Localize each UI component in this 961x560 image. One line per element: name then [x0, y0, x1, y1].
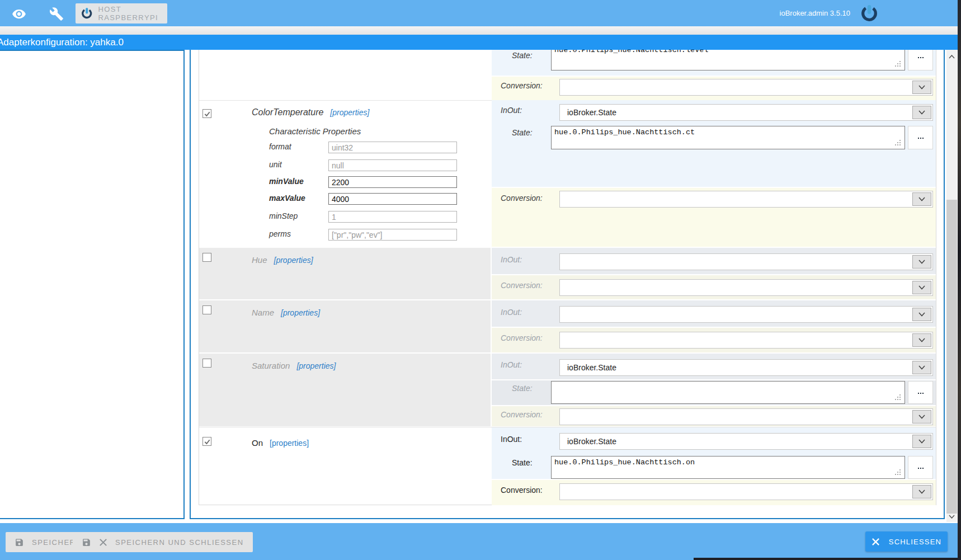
- state-textarea[interactable]: [551, 381, 905, 404]
- property-label-perms: perms: [269, 229, 291, 238]
- characteristic-checkbox[interactable]: [202, 359, 211, 368]
- iobroker-logo-icon: [860, 4, 879, 25]
- chevron-down-icon: [912, 361, 931, 374]
- property-label-minvalue: minValue: [269, 177, 304, 186]
- properties-link[interactable]: [properties]: [330, 108, 369, 117]
- close-button[interactable]: SCHLIESSEN: [865, 531, 948, 552]
- characteristic-checkbox[interactable]: [202, 109, 211, 118]
- property-input-maxvalue[interactable]: [328, 193, 457, 205]
- host-button-label: HOST RASPBERRYPI: [98, 5, 167, 22]
- chevron-down-icon: [912, 281, 931, 294]
- close-button-label: SCHLIESSEN: [889, 538, 941, 546]
- row-bg: [199, 300, 491, 352]
- property-input-unit[interactable]: [328, 159, 457, 171]
- state-textarea[interactable]: hue.0.Philips_hue.Nachttisch.on: [551, 456, 905, 479]
- characteristic-checkbox[interactable]: [202, 437, 211, 446]
- scroll-thumb[interactable]: [946, 200, 957, 514]
- property-label-unit: unit: [269, 160, 282, 169]
- adapter-config-window: State: hue.0.Philips_hue.Nachttisch.leve…: [0, 0, 961, 560]
- properties-link[interactable]: [properties]: [274, 256, 313, 265]
- dialog-title: Adapterkonfiguration: yahka.0: [0, 37, 124, 48]
- state-textarea[interactable]: hue.0.Philips_hue.Nachttisch.ct: [551, 126, 905, 149]
- state-label: State:: [512, 384, 533, 393]
- ellipsis-icon: [918, 468, 919, 469]
- property-input-minstep[interactable]: [328, 211, 457, 223]
- inout-label: InOut:: [501, 435, 522, 444]
- conversion-select[interactable]: [559, 191, 933, 208]
- host-button[interactable]: HOST RASPBERRYPI: [76, 3, 167, 23]
- desktop-edge: [694, 558, 958, 560]
- inout-select[interactable]: ioBroker.State: [559, 104, 933, 121]
- conversion-label: Conversion:: [501, 410, 543, 419]
- scroll-down-button[interactable]: [946, 512, 957, 521]
- properties-link[interactable]: [properties]: [270, 439, 309, 448]
- row-bg: [199, 248, 491, 299]
- state-browse-button[interactable]: [908, 126, 933, 149]
- wrench-icon[interactable]: [49, 7, 64, 21]
- save-and-close-button[interactable]: SPEICHERN UND SCHLIESSEN: [73, 532, 253, 552]
- ellipsis-icon: [918, 57, 919, 58]
- inout-select[interactable]: ioBroker.State: [559, 359, 933, 376]
- inout-select[interactable]: ioBroker.State: [559, 433, 933, 450]
- state-browse-button[interactable]: [908, 456, 933, 479]
- conversion-select[interactable]: [559, 79, 933, 96]
- resize-grip-icon[interactable]: [899, 399, 901, 400]
- inout-label: InOut:: [501, 106, 522, 115]
- property-label-format: format: [269, 142, 291, 151]
- footer-bar: SPEICHERN SPEICHERN UND SCHLIESSEN SCHLI…: [0, 523, 958, 560]
- conversion-select[interactable]: [559, 332, 933, 349]
- conversion-label: Conversion:: [501, 333, 543, 342]
- conversion-label: Conversion:: [501, 81, 543, 90]
- conversion-label: Conversion:: [501, 281, 543, 290]
- save-and-close-button-label: SPEICHERN UND SCHLIESSEN: [115, 538, 244, 547]
- characteristic-checkbox[interactable]: [202, 305, 211, 314]
- visibility-icon[interactable]: [12, 7, 26, 21]
- characteristic-title: Saturation[properties]: [252, 361, 336, 370]
- properties-link[interactable]: [properties]: [281, 308, 320, 317]
- vertical-scrollbar[interactable]: [946, 50, 957, 522]
- properties-link[interactable]: [properties]: [296, 361, 336, 370]
- resize-grip-icon[interactable]: [899, 65, 901, 67]
- inout-label: InOut:: [501, 360, 522, 369]
- characteristic-title: On[properties]: [252, 438, 309, 448]
- property-label-minstep: minStep: [269, 211, 298, 220]
- characteristic-checkbox[interactable]: [202, 253, 211, 262]
- close-icon: [99, 538, 107, 547]
- scroll-up-button[interactable]: [946, 52, 957, 62]
- conversion-select[interactable]: [559, 279, 933, 296]
- inout-select[interactable]: [559, 306, 933, 323]
- characteristic-properties-heading: Characteristic Properties: [269, 126, 361, 136]
- close-icon: [872, 538, 880, 546]
- chevron-down-icon: [912, 435, 931, 448]
- iobroker-logo-icon: [81, 6, 93, 21]
- chevron-down-icon: [912, 192, 931, 206]
- inout-select[interactable]: [559, 253, 933, 270]
- property-input-format[interactable]: [328, 142, 457, 153]
- state-label: State:: [512, 458, 533, 467]
- property-input-minvalue[interactable]: [328, 176, 457, 188]
- property-input-perms[interactable]: [328, 229, 457, 241]
- chevron-down-icon: [912, 485, 931, 498]
- characteristic-name: On: [252, 438, 263, 448]
- dialog-title-bar: Adapterkonfiguration: yahka.0: [0, 35, 958, 50]
- toolbar-divider: [0, 26, 958, 35]
- inout-label: InOut:: [501, 255, 522, 264]
- state-label: State:: [512, 128, 533, 137]
- conversion-select[interactable]: [559, 483, 933, 500]
- admin-version: ioBroker.admin 3.5.10: [780, 0, 850, 26]
- characteristic-title: Name[properties]: [252, 308, 320, 317]
- resize-grip-icon[interactable]: [899, 144, 901, 145]
- chevron-down-icon: [912, 81, 931, 94]
- characteristic-title: Hue[properties]: [252, 255, 313, 265]
- state-label: State:: [512, 51, 533, 60]
- ellipsis-icon: [918, 138, 919, 139]
- conversion-select[interactable]: [559, 408, 933, 425]
- characteristic-name: ColorTemperature: [252, 107, 323, 117]
- resize-grip-icon[interactable]: [899, 474, 901, 475]
- device-list-panel: [0, 50, 185, 519]
- conversion-label: Conversion:: [501, 194, 543, 203]
- row-bg: [199, 354, 491, 426]
- chevron-down-icon: [912, 308, 931, 321]
- state-browse-button[interactable]: [908, 381, 933, 404]
- inout-label: InOut:: [501, 308, 522, 317]
